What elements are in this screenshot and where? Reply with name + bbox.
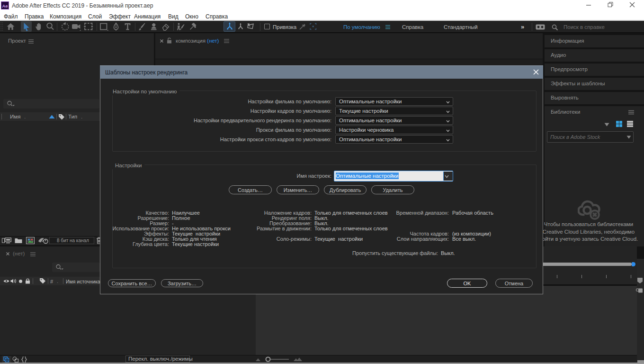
svg-text:Ae: Ae [2, 3, 8, 9]
